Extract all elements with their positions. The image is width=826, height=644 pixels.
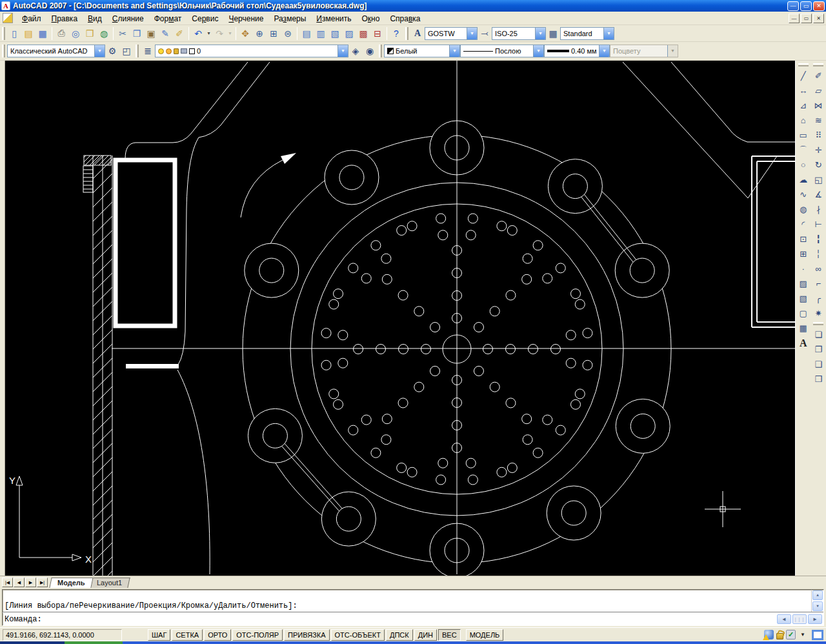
save-icon[interactable]: ▦ [35,26,50,41]
draworder-bring-front-icon[interactable]: ❏ [811,327,825,342]
fillet-icon[interactable]: ╭ [811,291,825,306]
dim-style-combo[interactable]: ISO-25 ▼ [492,27,546,40]
zoom-previous-icon[interactable]: ⊜ [281,26,295,41]
open-icon[interactable]: ▤ [21,26,35,41]
chevron-down-icon[interactable]: ▼ [449,45,459,57]
erase-icon[interactable]: ✐ [811,68,825,83]
table-icon[interactable]: ▦ [796,321,811,336]
status-toggle-привязка[interactable]: ПРИВЯЗКА [284,629,329,641]
polyline-icon[interactable]: ⊿ [796,98,811,113]
cut-icon[interactable]: ✂ [116,26,130,41]
menu-window[interactable]: Окно [357,13,385,25]
mdi-restore-button[interactable]: ▭ [801,14,812,23]
styles-toolbar-grip[interactable] [405,27,408,40]
menu-format[interactable]: Формат [149,13,187,25]
plot-preview-icon[interactable]: ◎ [68,26,83,41]
quickcalc-icon[interactable]: ⊟ [370,26,385,41]
layer-combo[interactable]: 0 ▼ [155,45,348,57]
coordinates-readout[interactable]: 491.9166, 692.1143, 0.0000 [3,629,122,641]
draworder-send-back-icon[interactable]: ❐ [811,342,825,357]
tab-nav-2[interactable]: ▶ [25,578,36,587]
break-at-point-icon[interactable]: ╏ [811,232,825,247]
chevron-down-icon[interactable]: ▼ [535,28,545,39]
multiline-text-icon[interactable]: A [796,336,811,350]
communication-center-icon[interactable] [764,630,774,639]
menu-view[interactable]: Вид [83,13,107,25]
scroll-up-icon[interactable]: ▲ [812,590,823,600]
scroll-left-icon[interactable]: ◀ [777,614,791,624]
menu-file[interactable]: Файл [17,13,46,25]
workspace-settings-button[interactable]: ⚙ [105,44,119,58]
properties-icon[interactable]: ▤ [299,26,314,41]
chevron-down-icon[interactable]: ▼ [467,28,477,39]
markup-manager-icon[interactable]: ▩ [356,26,370,41]
tab-layout1[interactable]: Layout1 [88,578,130,588]
status-toggle-дпск[interactable]: ДПСК [386,629,413,641]
help-icon[interactable]: ? [389,26,403,41]
layer-previous-button[interactable]: ◉ [363,44,377,58]
workspace-save-button[interactable]: ◰ [119,44,134,58]
copy-icon[interactable]: ▱ [811,83,825,98]
zoom-window-icon[interactable]: ⊞ [267,26,281,41]
dwf-publish-icon[interactable]: ◍ [97,26,111,41]
drawing-canvas[interactable]: XY [5,61,795,576]
tab-model[interactable]: Модель [49,578,93,588]
layers-toolbar-grip[interactable] [136,45,139,57]
tab-nav-3[interactable]: ▶| [37,578,48,587]
spline-icon[interactable]: ∿ [796,187,811,202]
make-layer-current-button[interactable]: ◈ [348,44,363,58]
color-combo[interactable]: Белый ▼ [384,45,460,57]
undo-icon[interactable]: ↶ [191,26,205,41]
menu-insert[interactable]: Слияние [107,13,149,25]
polygon-icon[interactable]: ⌂ [796,113,811,128]
chamfer-icon[interactable]: ⌐ [811,276,825,291]
sheetset-manager-icon[interactable]: ▨ [342,26,356,41]
menu-draw[interactable]: Черчение [223,13,268,25]
toolbar-grip[interactable] [813,322,823,325]
offset-icon[interactable]: ≋ [811,113,825,128]
menu-help[interactable]: Справка [385,13,425,25]
new-icon[interactable]: ▯ [7,26,21,41]
layer-plot-icon[interactable] [181,48,187,54]
table-style-icon[interactable]: ▦ [546,26,560,41]
lineweight-combo[interactable]: 0.40 мм ▼ [544,45,610,57]
workspaces-toolbar-grip[interactable] [2,45,5,57]
line-icon[interactable]: ╱ [796,68,811,83]
status-toggle-отс-объект[interactable]: ОТС-ОБЪЕКТ [331,629,385,641]
draworder-send-under-icon[interactable]: ❒ [811,372,825,387]
stretch-icon[interactable]: ∡ [811,187,825,202]
layer-manager-button[interactable]: ≣ [141,44,155,58]
command-scrollbar[interactable]: ▲ ▼ [811,590,823,612]
construction-line-icon[interactable]: ↔ [796,83,811,98]
menu-tools[interactable]: Сервис [186,13,223,25]
command-input[interactable]: Команда: ◀ ||| ▶ [3,613,823,625]
scale-icon[interactable]: ◱ [811,172,825,187]
restore-button[interactable]: ▭ [800,1,812,11]
chevron-down-icon[interactable]: ▼ [533,45,543,57]
chevron-down-icon[interactable]: ▼ [94,45,105,57]
clean-screen-button[interactable] [812,630,823,640]
ellipse-arc-icon[interactable]: ◜ [796,217,811,232]
gradient-icon[interactable]: ▧ [796,291,811,306]
status-toggle-модель[interactable]: МОДЕЛЬ [466,629,504,641]
menu-modify[interactable]: Изменить [311,13,356,25]
match-properties-icon[interactable]: ✎ [158,26,172,41]
tab-nav-1[interactable]: ◀ [14,578,25,587]
text-style-icon[interactable]: A [410,26,425,41]
chevron-down-icon[interactable]: ▼ [599,45,609,57]
status-toggle-шаг[interactable]: ШАГ [148,629,170,641]
scroll-down-icon[interactable]: ▼ [812,601,823,611]
rectangle-icon[interactable]: ▭ [796,128,811,143]
hatch-icon[interactable]: ▨ [796,276,811,291]
layer-freeze-icon[interactable] [166,48,172,54]
chevron-down-icon[interactable]: ▼ [603,28,614,39]
layer-lock-icon[interactable] [174,48,179,54]
point-icon[interactable]: ∙ [796,261,811,276]
explode-icon[interactable]: ✷ [811,306,825,321]
publish-icon[interactable]: ❒ [83,26,97,41]
rotate-icon[interactable]: ↻ [811,157,825,172]
mirror-icon[interactable]: ⋈ [811,98,825,113]
text-style-combo[interactable]: GOSTW ▼ [425,27,478,40]
insert-block-icon[interactable]: ⊡ [796,232,811,247]
mdi-close-button[interactable]: ✕ [813,14,824,23]
